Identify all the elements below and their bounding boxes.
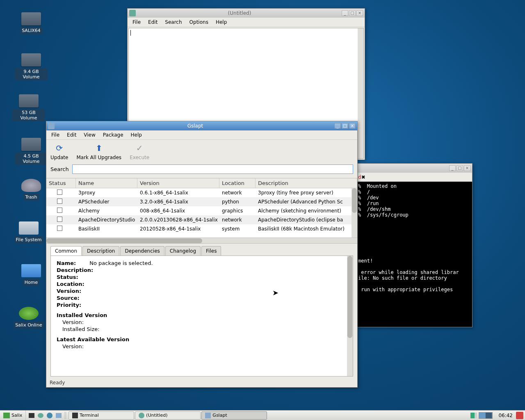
task-terminal[interactable]: Terminal bbox=[68, 411, 134, 420]
menu-view[interactable]: View bbox=[80, 131, 98, 139]
icon-label: 9.4 GB Volume bbox=[15, 68, 48, 80]
vertical-scrollbar[interactable] bbox=[347, 256, 353, 376]
table-row[interactable]: Alchemy008-x86_64-1salixgraphicsAlchemy … bbox=[46, 206, 357, 215]
menu-edit[interactable]: Edit bbox=[64, 131, 80, 139]
terminal-output[interactable]: % Mounted on % / % /dev % /run % /dev/sh… bbox=[356, 182, 472, 327]
detail-version-label: Version: bbox=[57, 288, 81, 294]
menu-search[interactable]: Search bbox=[162, 18, 185, 26]
desktop-icon-home[interactable]: Home bbox=[15, 264, 48, 286]
task-label: Terminal bbox=[80, 413, 99, 418]
col-description[interactable]: Description bbox=[256, 178, 357, 188]
clock[interactable]: 06:42 bbox=[495, 413, 516, 418]
minimize-button[interactable]: _ bbox=[342, 10, 348, 16]
tab-changelog[interactable]: Changelog bbox=[165, 246, 201, 256]
menu-help[interactable]: Help bbox=[212, 18, 230, 26]
window-icon bbox=[56, 413, 62, 418]
menu-edit[interactable]: Edit bbox=[145, 18, 161, 26]
task-label: (Untitled) bbox=[146, 413, 167, 418]
col-status[interactable]: Status bbox=[46, 178, 76, 188]
task-gslapt[interactable]: Gslapt bbox=[201, 411, 267, 420]
menu-file[interactable]: File bbox=[48, 131, 63, 139]
desktop-icon-vol94[interactable]: 9.4 GB Volume bbox=[15, 53, 48, 80]
search-input[interactable] bbox=[72, 164, 353, 174]
detail-location-label: Location: bbox=[57, 281, 84, 287]
package-icon bbox=[205, 413, 211, 418]
update-button[interactable]: ⟳ Update bbox=[50, 142, 68, 160]
editor-titlebar[interactable]: (Untitled) _ □ × bbox=[128, 9, 365, 18]
editor-launcher[interactable] bbox=[37, 412, 45, 419]
table-row[interactable]: APScheduler3.2.0-x86_64-1salixpythonAPSc… bbox=[46, 197, 357, 206]
desktop-icon-trash[interactable]: Trash bbox=[15, 179, 48, 201]
scroll-thumb[interactable] bbox=[347, 256, 352, 338]
editor-title: (Untitled) bbox=[137, 10, 342, 16]
col-version[interactable]: Version bbox=[137, 178, 219, 188]
close-button[interactable]: × bbox=[349, 123, 356, 129]
gslapt-titlebar[interactable]: Gslapt _ □ × bbox=[46, 121, 357, 130]
scroll-thumb[interactable] bbox=[46, 238, 202, 243]
task-editor[interactable]: (Untitled) bbox=[135, 411, 201, 420]
detail-name-value: No package is selected. bbox=[89, 260, 153, 266]
browser-launcher[interactable] bbox=[46, 412, 54, 419]
minimize-button[interactable]: _ bbox=[334, 123, 341, 129]
minimize-button[interactable]: _ bbox=[449, 165, 456, 171]
tab-common[interactable]: Common bbox=[50, 246, 82, 256]
logout-button[interactable] bbox=[516, 412, 523, 419]
cell-desc: BasiliskII (68k Macintosh Emulator) bbox=[256, 225, 357, 233]
table-row[interactable]: 3proxy0.6.1-x86_64-1salixnetwork3proxy (… bbox=[46, 188, 357, 197]
icon-label: Trash bbox=[23, 194, 39, 201]
terminal-titlebar[interactable]: _ □ × bbox=[356, 164, 472, 173]
checkbox[interactable] bbox=[57, 199, 62, 204]
maximize-button[interactable]: □ bbox=[457, 165, 463, 171]
cell-location: network bbox=[219, 189, 256, 197]
menu-file[interactable]: File bbox=[129, 18, 144, 26]
start-button[interactable]: Salix bbox=[0, 411, 26, 420]
close-tab-icon[interactable]: ✖ bbox=[361, 174, 365, 180]
network-icon[interactable] bbox=[470, 413, 477, 418]
mark-upgrades-button[interactable]: ⬆ Mark All Upgrades bbox=[76, 142, 121, 160]
workspace-1[interactable] bbox=[479, 413, 486, 418]
maximize-button[interactable]: □ bbox=[349, 10, 356, 16]
gslapt-window[interactable]: Gslapt _ □ × File Edit View Package Help… bbox=[46, 121, 358, 388]
workspace-switcher[interactable] bbox=[479, 412, 493, 419]
horizontal-scrollbar[interactable] bbox=[46, 237, 357, 243]
menu-package[interactable]: Package bbox=[100, 131, 127, 139]
col-name[interactable]: Name bbox=[76, 178, 137, 188]
tool-label: Update bbox=[50, 155, 68, 160]
folder-icon bbox=[21, 264, 41, 277]
desktop-icon-salix64[interactable]: SALIX64 bbox=[15, 12, 48, 34]
icon-label: Salix Online bbox=[14, 322, 43, 329]
desktop-icon-vol53[interactable]: 53 GB Volume bbox=[12, 94, 45, 121]
workspace-2[interactable] bbox=[486, 413, 492, 418]
filemanager-launcher[interactable] bbox=[55, 412, 63, 419]
col-location[interactable]: Location bbox=[219, 178, 256, 188]
desktop-icon-vol45[interactable]: 4.5 GB Volume bbox=[15, 138, 48, 165]
terminal-tab[interactable]: d bbox=[358, 174, 361, 180]
checkbox[interactable] bbox=[57, 217, 62, 222]
cell-version: 20120528-x86_64-1salix bbox=[137, 225, 219, 233]
close-button[interactable]: × bbox=[464, 165, 470, 171]
drive-icon bbox=[21, 53, 41, 66]
table-row[interactable]: BasiliskII20120528-x86_64-1salixsystemBa… bbox=[46, 224, 357, 233]
terminal-tabbar: d ✖ bbox=[356, 173, 472, 182]
scroll-thumb[interactable] bbox=[352, 188, 357, 213]
menu-help[interactable]: Help bbox=[128, 131, 145, 139]
desktop-icon-filesystem[interactable]: File System bbox=[12, 221, 45, 243]
tab-description[interactable]: Description bbox=[82, 246, 119, 256]
menu-options[interactable]: Options bbox=[186, 18, 212, 26]
vertical-scrollbar[interactable] bbox=[352, 188, 357, 237]
checkbox[interactable] bbox=[57, 226, 62, 231]
cell-location: system bbox=[219, 225, 256, 233]
checkbox[interactable] bbox=[57, 208, 62, 213]
terminal-window[interactable]: _ □ × d ✖ % Mounted on % / % /dev % /run… bbox=[356, 163, 472, 327]
task-label: Gslapt bbox=[212, 413, 227, 418]
scrollbar[interactable] bbox=[358, 28, 363, 158]
table-body: 3proxy0.6.1-x86_64-1salixnetwork3proxy (… bbox=[46, 188, 357, 237]
table-row[interactable]: ApacheDirectoryStudio2.0.0.v20130628-x86… bbox=[46, 215, 357, 224]
maximize-button[interactable]: □ bbox=[342, 123, 348, 129]
desktop-icon-salix-online[interactable]: Salix Online bbox=[12, 307, 45, 329]
close-button[interactable]: × bbox=[356, 10, 363, 16]
tab-dependencies[interactable]: Dependencies bbox=[120, 246, 164, 256]
tab-files[interactable]: Files bbox=[201, 246, 221, 256]
checkbox[interactable] bbox=[57, 189, 62, 195]
terminal-launcher[interactable] bbox=[27, 412, 36, 419]
